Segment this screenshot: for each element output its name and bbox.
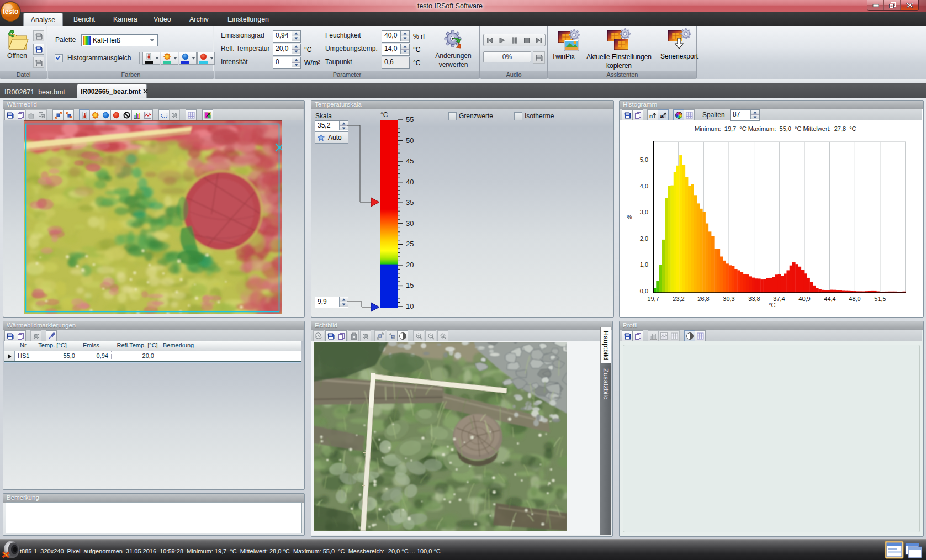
svg-text:testo: testo [3,8,19,15]
svg-text:n: n [649,113,653,119]
